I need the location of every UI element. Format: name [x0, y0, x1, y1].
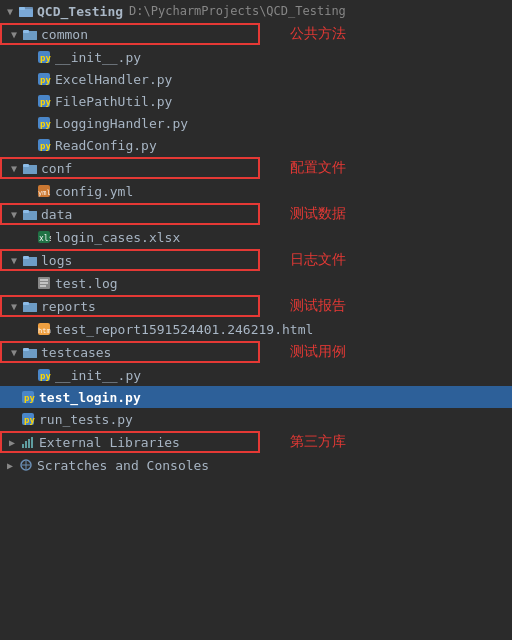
external-icon	[20, 434, 36, 450]
svg-rect-2	[19, 7, 25, 10]
annotation-common: 公共方法	[290, 25, 346, 43]
svg-rect-50	[31, 437, 33, 448]
root-arrow: ▼	[2, 3, 18, 19]
file-label-ReadConfig.py: ReadConfig.py	[55, 138, 157, 153]
annotation-reports: 测试报告	[290, 297, 346, 315]
svg-text:xls: xls	[39, 234, 51, 243]
folder-icon-conf	[22, 160, 38, 176]
annotation-data: 测试数据	[290, 205, 346, 223]
section-folder-data[interactable]: ▼ data 测试数据	[0, 203, 260, 225]
file-label-test_report1591524401.246219.html: test_report1591524401.246219.html	[55, 322, 313, 337]
folder-arrow-data: ▼	[6, 206, 22, 222]
svg-rect-18	[23, 164, 29, 167]
section-folder-testcases[interactable]: ▼ testcases 测试用例	[0, 341, 260, 363]
file-label-login_cases.xlsx: login_cases.xlsx	[55, 230, 180, 245]
file-LoggingHandler.py[interactable]: py LoggingHandler.py	[0, 112, 512, 134]
folder-label-logs: logs	[41, 253, 72, 268]
svg-text:yml: yml	[38, 189, 51, 197]
file-icon-ReadConfig.py: py	[36, 137, 52, 153]
folder-label-conf: conf	[41, 161, 72, 176]
annotation-logs: 日志文件	[290, 251, 346, 269]
annotation-testcases: 测试用例	[290, 343, 346, 361]
folder-label-common: common	[41, 27, 88, 42]
file-icon-LoggingHandler.py: py	[36, 115, 52, 131]
svg-rect-40	[23, 348, 29, 351]
external-label: External Libraries	[39, 435, 258, 450]
file-icon-config.yml: yml	[36, 183, 52, 199]
svg-text:py: py	[40, 97, 51, 107]
svg-text:html: html	[38, 327, 51, 335]
svg-rect-5	[23, 30, 29, 33]
scratches-arrow: ▶	[2, 457, 18, 473]
folder-arrow-conf: ▼	[6, 160, 22, 176]
file-tree: ▼ QCD_Testing D:\PycharmProjects\QCD_Tes…	[0, 0, 512, 476]
project-root-row[interactable]: ▼ QCD_Testing D:\PycharmProjects\QCD_Tes…	[0, 0, 512, 22]
loose-label-test_login.py: test_login.py	[39, 390, 141, 405]
file-icon-test.log	[36, 275, 52, 291]
loose-label-run_tests.py: run_tests.py	[39, 412, 133, 427]
loose-files: py test_login.py py run_tests.py	[0, 386, 512, 430]
scratches-row[interactable]: ▶ Scratches and Consoles	[0, 454, 512, 476]
project-folder-icon	[18, 3, 34, 19]
file-label-ExcelHandler.py: ExcelHandler.py	[55, 72, 172, 87]
svg-text:py: py	[40, 141, 51, 151]
svg-text:py: py	[40, 119, 51, 129]
folder-label-testcases: testcases	[41, 345, 111, 360]
file-icon-__init__.py: py	[36, 49, 52, 65]
svg-rect-47	[22, 444, 24, 448]
svg-rect-1	[19, 9, 33, 17]
section-folder-logs[interactable]: ▼ logs 日志文件	[0, 249, 260, 271]
folder-label-data: data	[41, 207, 72, 222]
file-login_cases.xlsx[interactable]: xls login_cases.xlsx	[0, 226, 512, 248]
folder-arrow-common: ▼	[6, 26, 22, 42]
file-FilePathUtil.py[interactable]: py FilePathUtil.py	[0, 90, 512, 112]
external-arrow: ▶	[4, 434, 20, 450]
svg-rect-23	[23, 210, 29, 213]
folder-arrow-logs: ▼	[6, 252, 22, 268]
file-label-config.yml: config.yml	[55, 184, 133, 199]
loose-icon-test_login.py: py	[20, 389, 36, 405]
file-ReadConfig.py[interactable]: py ReadConfig.py	[0, 134, 512, 156]
file-label-__init__.py: __init__.py	[55, 50, 141, 65]
folder-arrow-reports: ▼	[6, 298, 22, 314]
folder-icon-reports	[22, 298, 38, 314]
svg-text:py: py	[24, 415, 35, 425]
svg-text:py: py	[40, 371, 51, 381]
svg-rect-48	[25, 441, 27, 448]
svg-rect-35	[23, 302, 29, 305]
loose-file-run_tests.py[interactable]: py run_tests.py	[0, 408, 512, 430]
scratches-icon	[18, 457, 34, 473]
scratches-label: Scratches and Consoles	[37, 458, 512, 473]
loose-icon-run_tests.py: py	[20, 411, 36, 427]
file-icon-login_cases.xlsx: xls	[36, 229, 52, 245]
section-folder-common[interactable]: ▼ common 公共方法	[0, 23, 260, 45]
file-ExcelHandler.py[interactable]: py ExcelHandler.py	[0, 68, 512, 90]
file-icon-test_report1591524401.246219.html: html	[36, 321, 52, 337]
file-label-LoggingHandler.py: LoggingHandler.py	[55, 116, 188, 131]
svg-text:py: py	[40, 75, 51, 85]
annotation-conf: 配置文件	[290, 159, 346, 177]
file-label-__init__.py: __init__.py	[55, 368, 141, 383]
file-test_report1591524401.246219.html[interactable]: html test_report1591524401.246219.html	[0, 318, 512, 340]
external-libraries-row[interactable]: ▶ External Libraries 第三方库	[0, 431, 260, 453]
section-folder-conf[interactable]: ▼ conf 配置文件	[0, 157, 260, 179]
file-__init__.py[interactable]: py __init__.py	[0, 364, 512, 386]
project-path: D:\PycharmProjects\QCD_Testing	[129, 4, 346, 18]
project-name: QCD_Testing	[37, 4, 123, 19]
file-__init__.py[interactable]: py __init__.py	[0, 46, 512, 68]
folder-icon-logs	[22, 252, 38, 268]
file-test.log[interactable]: test.log	[0, 272, 512, 294]
file-icon-FilePathUtil.py: py	[36, 93, 52, 109]
folder-icon-common	[22, 26, 38, 42]
sections-container: ▼ common 公共方法 py __init__.py py ExcelHan…	[0, 22, 512, 386]
file-config.yml[interactable]: yml config.yml	[0, 180, 512, 202]
svg-rect-28	[23, 256, 29, 259]
svg-text:py: py	[24, 393, 35, 403]
loose-file-test_login.py[interactable]: py test_login.py	[0, 386, 512, 408]
external-annotation: 第三方库	[290, 433, 346, 451]
svg-rect-49	[28, 439, 30, 448]
file-icon-__init__.py: py	[36, 367, 52, 383]
section-folder-reports[interactable]: ▼ reports 测试报告	[0, 295, 260, 317]
file-icon-ExcelHandler.py: py	[36, 71, 52, 87]
folder-icon-data	[22, 206, 38, 222]
